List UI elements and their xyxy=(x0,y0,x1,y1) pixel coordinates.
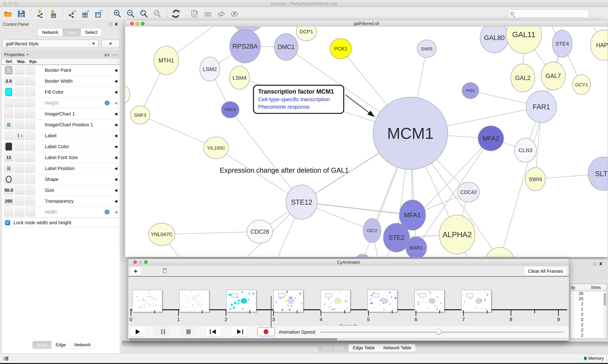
stop-button[interactable] xyxy=(181,327,196,336)
network-node[interactable]: GAL80 xyxy=(480,26,509,53)
tab-edge[interactable]: Edge xyxy=(52,341,70,349)
cyanimator-titlebar[interactable]: CyAnimator xyxy=(128,259,569,266)
task-history-button[interactable] xyxy=(2,355,10,363)
expand-row-icon[interactable]: ◀ xyxy=(114,177,117,182)
export-image-button[interactable] xyxy=(94,9,103,18)
network-node[interactable]: SWI4 xyxy=(525,168,545,191)
results-column-stress[interactable]: Stres xyxy=(585,285,607,290)
network-node[interactable]: YNL047C xyxy=(149,223,175,246)
tab-node[interactable]: Node xyxy=(32,341,52,349)
network-node[interactable]: BAR1 xyxy=(406,237,427,257)
network-node[interactable]: LSM4 xyxy=(230,66,249,89)
network-node[interactable]: CDC42 xyxy=(457,182,479,202)
results-row[interactable]: 2 xyxy=(570,328,607,333)
network-node[interactable]: FAR1 xyxy=(526,91,556,123)
show-button[interactable] xyxy=(230,9,239,18)
network-node[interactable] xyxy=(355,254,370,257)
network-node[interactable]: PDC5 xyxy=(221,102,239,118)
results-row[interactable]: 1 xyxy=(570,307,607,312)
network-node[interactable]: CLN3 xyxy=(515,138,537,162)
properties-header[interactable]: Properties xyxy=(4,52,25,57)
frame-thumbnail[interactable] xyxy=(132,290,162,312)
property-row[interactable]: Label Position◀ xyxy=(2,163,120,174)
expand-row-icon[interactable]: ◀ xyxy=(114,90,117,94)
network-node[interactable]: GAL7 xyxy=(541,62,565,90)
results-row[interactable]: 2 xyxy=(570,317,607,322)
property-row[interactable]: Widthi◀ xyxy=(2,207,120,218)
network-node[interactable]: GIC2 xyxy=(363,219,381,243)
network-node[interactable]: YIL105C xyxy=(204,137,229,159)
property-row[interactable]: 12Label Font Size◀ xyxy=(2,152,120,163)
home-networks-button[interactable] xyxy=(203,9,212,18)
property-row[interactable]: 255Transparency◀ xyxy=(2,196,120,207)
network-node[interactable]: SNF3 xyxy=(130,106,150,124)
apply-style-button[interactable] xyxy=(171,9,180,18)
network-canvas[interactable]: DCP1RPS28ADMC1PCK1SWI5GAL80GAL11STE4HAP2… xyxy=(125,26,608,257)
speed-slider-thumb[interactable] xyxy=(436,329,442,334)
network-node[interactable]: RPS28A xyxy=(230,29,261,63)
property-row[interactable]: ⋮›Label◀ xyxy=(2,130,120,141)
info-icon[interactable]: i xyxy=(105,210,110,214)
open-session-button[interactable] xyxy=(3,9,13,18)
tab-network-table[interactable]: Network Table xyxy=(379,344,415,352)
pause-button[interactable] xyxy=(155,327,171,336)
hide-button[interactable] xyxy=(217,9,226,18)
network-node[interactable]: STE12 xyxy=(286,185,317,219)
frame-thumbnail[interactable] xyxy=(320,290,350,312)
network-node[interactable]: GCY1 xyxy=(573,75,591,95)
zoom-fit-button[interactable] xyxy=(139,9,149,18)
annotation-link[interactable]: Cell-type-specific transcription xyxy=(258,96,339,103)
expand-row-icon[interactable]: ◀ xyxy=(114,79,117,83)
play-button[interactable] xyxy=(130,327,145,336)
network-node[interactable]: HAP2 xyxy=(591,30,608,60)
frame-thumbnail[interactable] xyxy=(414,290,444,312)
copy-network-button[interactable] xyxy=(190,9,199,18)
results-row[interactable]: 25 xyxy=(570,296,607,301)
import-network-button[interactable] xyxy=(35,9,45,18)
zoom-out-button[interactable] xyxy=(126,9,135,18)
network-node[interactable]: TUP1 xyxy=(486,247,513,257)
network-node[interactable]: DCP1 xyxy=(296,26,317,41)
timeline-area[interactable]: 0123456789 Seconds xyxy=(128,277,569,325)
network-node[interactable]: DMC1 xyxy=(274,34,298,60)
expand-row-icon[interactable]: ◀ xyxy=(114,155,117,160)
results-panel-window-icons[interactable]: □✘ xyxy=(594,261,606,266)
frame-thumbnail[interactable] xyxy=(461,290,491,312)
network-node[interactable]: MCM1 xyxy=(373,97,448,169)
property-row[interactable]: Image/Chart 1◀ xyxy=(2,108,120,119)
float-panel-icon[interactable]: □ xyxy=(110,22,112,27)
export-network-button[interactable] xyxy=(68,9,77,18)
import-table-button[interactable] xyxy=(49,9,58,18)
property-row[interactable]: Shape◀ xyxy=(2,174,120,185)
network-node[interactable]: SWI5 xyxy=(417,40,436,58)
property-row[interactable]: Label Color◀ xyxy=(2,141,120,152)
network-node[interactable]: GAL2 xyxy=(511,64,535,92)
style-selector[interactable]: galFiltered Style xyxy=(2,40,98,48)
speed-slider-track[interactable] xyxy=(320,332,564,333)
memory-button[interactable]: Memory xyxy=(581,354,607,362)
property-row[interactable]: 50.0Size◀ xyxy=(2,185,120,196)
network-node[interactable]: PCK1 xyxy=(330,39,351,59)
search-box[interactable] xyxy=(508,9,589,18)
results-row[interactable]: 2 xyxy=(570,301,607,307)
info-icon[interactable]: i xyxy=(105,101,110,105)
tab-network[interactable]: Network xyxy=(38,29,63,36)
network-window-titlebar[interactable]: galFiltered.sif xyxy=(125,21,608,26)
skip-to-end-button[interactable] xyxy=(232,327,247,336)
expand-all-icon[interactable]: ∨∨ xyxy=(104,52,110,58)
frame-thumbnail[interactable] xyxy=(273,290,303,312)
network-node[interactable]: GAL11 xyxy=(506,26,541,53)
expand-row-icon[interactable]: ◀ xyxy=(114,166,117,171)
frame-thumbnail[interactable] xyxy=(226,290,256,312)
expand-row-icon[interactable]: ◀ xyxy=(114,133,117,138)
frame-thumbnail[interactable] xyxy=(367,290,397,312)
expand-row-icon[interactable]: ◀ xyxy=(114,101,117,105)
tab-network[interactable]: Network xyxy=(70,341,95,349)
tab-style[interactable]: Style xyxy=(63,29,81,36)
expand-row-icon[interactable]: ◀ xyxy=(114,123,117,127)
add-frame-button[interactable]: + xyxy=(130,267,141,275)
property-row[interactable]: Fill Color◀ xyxy=(2,87,120,98)
expand-row-icon[interactable]: ◀ xyxy=(114,144,117,149)
network-node[interactable]: CDC28 xyxy=(247,220,273,243)
style-options-button[interactable] xyxy=(101,40,120,48)
